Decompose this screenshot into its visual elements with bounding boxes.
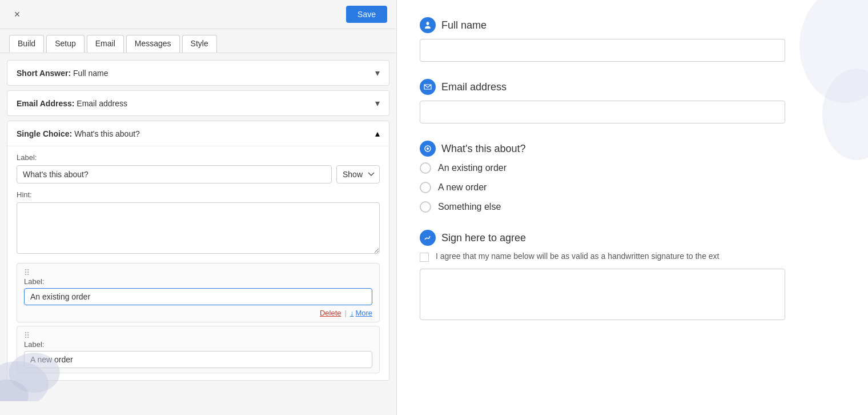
label-field-label: Label: <box>17 153 380 162</box>
radio-circle-2 <box>420 182 431 193</box>
radio-circle-3 <box>420 201 431 213</box>
preview-email-input[interactable] <box>420 101 785 123</box>
preview-whats-about-label-row: What's this about? <box>420 141 845 157</box>
short-answer-label: Short Answer: Full name <box>17 69 108 78</box>
preview-email-label: Email address <box>441 81 507 93</box>
choice-1-label-text: Label: <box>24 277 372 286</box>
single-choice-header-label: Single Choice: What's this about? <box>17 129 140 138</box>
single-choice-field: Single Choice: What's this about? ▴ Labe… <box>7 121 389 381</box>
choice-1-input[interactable] <box>24 288 372 305</box>
tab-messages[interactable]: Messages <box>126 35 180 53</box>
choice-1-more-link[interactable]: ↓ More <box>350 309 372 317</box>
tab-style[interactable]: Style <box>182 35 217 53</box>
radio-circle-1 <box>420 162 431 174</box>
more-arrow-icon: ↓ <box>350 309 354 317</box>
separator-1: | <box>344 309 346 317</box>
tab-email[interactable]: Email <box>87 35 124 53</box>
close-button[interactable]: × <box>9 6 25 22</box>
short-answer-field-row[interactable]: Short Answer: Full name ▾ <box>7 60 389 86</box>
sign-checkbox-row: I agree that my name below will be as va… <box>420 252 845 262</box>
choice-item-2: ⠿ Label: <box>17 326 380 373</box>
show-select[interactable]: Show Hide <box>336 165 380 183</box>
single-choice-collapse-icon: ▴ <box>375 128 380 139</box>
preview-sign-field: Sign here to agree I agree that my name … <box>420 230 845 320</box>
single-choice-header[interactable]: Single Choice: What's this about? ▴ <box>7 121 389 146</box>
email-address-field-row[interactable]: Email Address: Email address ▾ <box>7 90 389 116</box>
choice-1-drag-handle[interactable]: ⠿ <box>24 268 30 277</box>
preview-radio-item-3[interactable]: Something else <box>420 201 845 213</box>
preview-radio-group: An existing order A new order Something … <box>420 162 845 213</box>
single-choice-body: Label: Show Hide Hint: <box>7 146 389 380</box>
choice-2-header: ⠿ <box>24 331 372 340</box>
label-input[interactable] <box>17 165 332 183</box>
label-input-row: Show Hide <box>17 165 380 183</box>
preview-radio-item-2[interactable]: A new order <box>420 182 845 193</box>
label-group: Label: Show Hide <box>17 153 380 183</box>
preview-whats-about-field: What's this about? An existing order A n… <box>420 141 845 213</box>
email-address-label: Email Address: Email address <box>17 99 127 108</box>
choice-2-input[interactable] <box>24 351 372 368</box>
hint-group: Hint: <box>17 190 380 256</box>
preview-panel: Full name Email address What's this abou… <box>397 0 868 415</box>
tab-bar: Build Setup Email Messages Style <box>0 29 396 53</box>
tab-setup[interactable]: Setup <box>46 35 85 53</box>
choice-2-drag-handle[interactable]: ⠿ <box>24 331 30 340</box>
builder-content: Short Answer: Full name ▾ Email Address:… <box>0 53 396 411</box>
svg-point-6 <box>427 147 429 150</box>
preview-sign-label-row: Sign here to agree <box>420 230 845 246</box>
hint-textarea[interactable] <box>17 202 380 254</box>
radio-label-2: A new order <box>438 182 487 193</box>
preview-email-field: Email address <box>420 79 845 123</box>
preview-whats-about-label: What's this about? <box>441 143 526 155</box>
radio-label-1: An existing order <box>438 163 507 173</box>
preview-full-name-icon <box>420 17 436 33</box>
preview-sign-label: Sign here to agree <box>441 232 526 244</box>
hint-label: Hint: <box>17 190 380 199</box>
short-answer-toggle-icon: ▾ <box>375 67 380 78</box>
sign-textarea[interactable] <box>420 269 785 320</box>
preview-full-name-label: Full name <box>441 19 487 31</box>
preview-email-icon <box>420 79 436 95</box>
choice-item-1: ⠿ Label: Delete | ↓ More <box>17 263 380 322</box>
preview-full-name-label-row: Full name <box>420 17 845 33</box>
choice-1-actions: Delete | ↓ More <box>24 309 372 317</box>
panel-header: × Save <box>0 0 396 29</box>
preview-full-name-input[interactable] <box>420 39 785 62</box>
sign-checkbox[interactable] <box>420 253 429 262</box>
email-address-toggle-icon: ▾ <box>375 98 380 109</box>
preview-email-label-row: Email address <box>420 79 845 95</box>
choice-2-label-text: Label: <box>24 340 372 349</box>
save-button[interactable]: Save <box>346 6 387 23</box>
builder-panel: × Save Build Setup Email Messages Style … <box>0 0 397 415</box>
preview-radio-item-1[interactable]: An existing order <box>420 162 845 174</box>
tab-build[interactable]: Build <box>9 35 44 53</box>
preview-sign-icon <box>420 230 436 246</box>
choice-1-delete-link[interactable]: Delete <box>320 309 341 317</box>
preview-full-name-field: Full name <box>420 17 845 62</box>
choice-1-header: ⠿ <box>24 268 372 277</box>
radio-label-3: Something else <box>438 202 501 212</box>
sign-checkbox-text: I agree that my name below will be as va… <box>436 252 720 261</box>
preview-whats-about-icon <box>420 141 436 157</box>
